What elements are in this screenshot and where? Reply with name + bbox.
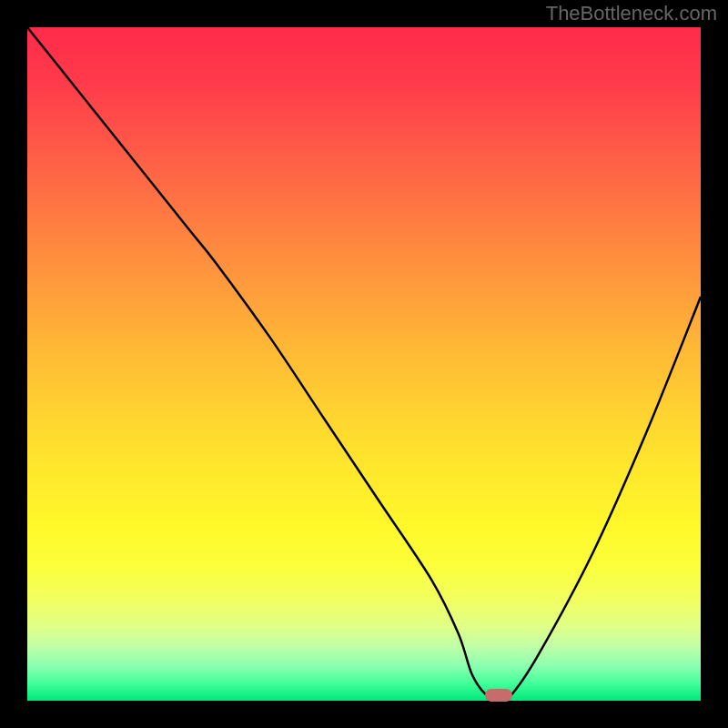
bottleneck-curve — [27, 27, 701, 701]
plot-area — [27, 27, 701, 701]
target-marker — [485, 689, 512, 702]
chart-svg — [27, 27, 701, 701]
watermark-text: TheBottleneck.com — [546, 2, 717, 25]
